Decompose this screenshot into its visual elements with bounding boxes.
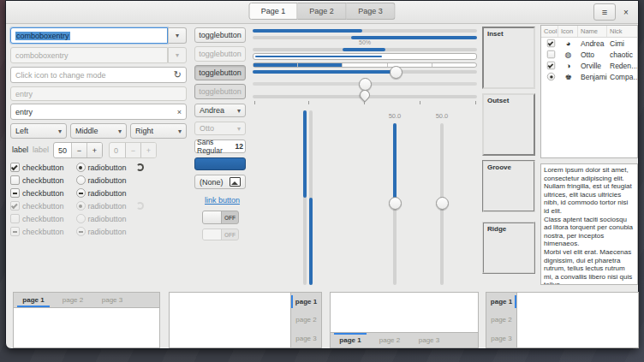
radio-indeterminate[interactable] (76, 188, 86, 198)
notebook-tab-page2[interactable]: page 2 (486, 311, 516, 329)
checkbox-indeterminate[interactable] (10, 188, 20, 198)
notebook-tab-page1[interactable]: page 1 (14, 293, 53, 307)
levelbar-continuous (253, 53, 477, 60)
comboboxentry-disabled-value: comboboxentry (15, 51, 163, 60)
radiobutton-label: radiobutton (88, 215, 127, 223)
notebook-tab-page1[interactable]: page 1 (486, 293, 516, 311)
combobox-middle[interactable]: Middle ▾ (70, 123, 127, 139)
file-chooser-button[interactable]: (None) (194, 175, 246, 189)
chevron-down-icon: ▾ (178, 128, 182, 135)
checkbutton-label: checkbutton (22, 202, 64, 211)
mode-entry[interactable]: Click icon to change mode ↻ (10, 67, 187, 83)
font-name: Sans Regular (197, 138, 235, 155)
tab-page-1[interactable]: Page 1 (249, 3, 298, 20)
radio-selected-disabled (76, 201, 86, 211)
check-radio-row-disabled: checkbutton radiobutton (10, 226, 127, 237)
scale-mark (364, 101, 365, 104)
tab-label: page 1 (22, 296, 44, 304)
check-radio-row: checkbutton radiobutton (10, 187, 127, 199)
label-disabled: label (33, 145, 49, 154)
togglebutton-active-disabled: togglebutton (194, 84, 246, 99)
tab-page-2[interactable]: Page 2 (298, 3, 347, 20)
column-header-icon[interactable]: Icon (558, 26, 578, 37)
treeview: Cool Icon Name Nick ◕ Andrea Cimi ◍ Otto… (540, 25, 638, 158)
radio-selected[interactable] (76, 163, 86, 172)
comboboxentry-input[interactable]: comboboxentry (10, 27, 168, 44)
vscale-handle[interactable] (389, 197, 402, 210)
notebook-tab-page1[interactable]: page 1 (291, 293, 321, 311)
notebook-tab-page3[interactable]: page 3 (291, 329, 321, 347)
checkbox-unchecked[interactable] (10, 175, 20, 185)
spinner-icon-disabled (136, 202, 144, 210)
notebook-tab-page1[interactable]: page 1 (331, 333, 370, 347)
refresh-icon[interactable]: ↻ (174, 69, 182, 80)
togglebutton-active[interactable]: togglebutton (194, 65, 246, 80)
togglebutton-disabled: togglebutton (194, 46, 246, 62)
column-header-name[interactable]: Name (578, 26, 607, 37)
row-checkbox-checked[interactable] (547, 62, 555, 69)
comboboxentry-disabled-dropdown-button: ▾ (168, 47, 187, 63)
font-size: 12 (236, 142, 243, 151)
check-radio-row-disabled: checkbutton radiobutton (10, 213, 127, 224)
combobox-left-value: Left (15, 127, 28, 135)
radio-unselected[interactable] (76, 175, 86, 185)
togglebutton[interactable]: togglebutton (194, 27, 246, 43)
hscale-handle[interactable] (390, 66, 402, 79)
hscale[interactable] (253, 70, 477, 74)
notebook-tab-page2[interactable]: page 2 (53, 293, 92, 307)
link-button[interactable]: link button (205, 196, 240, 205)
entry-disabled: entry (10, 86, 187, 101)
comboboxentry-dropdown-button[interactable]: ▾ (168, 27, 187, 44)
switch-off[interactable]: OFF (202, 211, 239, 224)
spinbutton-value[interactable]: 50 (54, 143, 71, 157)
clear-icon[interactable]: × (177, 108, 182, 116)
progress-percent-label: 50% (253, 39, 477, 45)
tab-label: page 3 (491, 335, 511, 342)
color-button[interactable] (194, 157, 246, 170)
levelbar-cell-empty (343, 63, 387, 67)
table-row[interactable]: ◕ Andrea Cimi (541, 38, 637, 49)
column-header-cool[interactable]: Cool (541, 26, 558, 37)
scale-mark (254, 101, 255, 104)
row-checkbox-unchecked[interactable] (547, 50, 555, 58)
frame-inset: Inset (482, 27, 535, 89)
spin-minus-button[interactable]: − (71, 143, 86, 157)
row-checkbox-checked[interactable] (547, 39, 555, 47)
switch-handle[interactable] (203, 211, 222, 223)
combobox-right[interactable]: Right ▾ (130, 123, 187, 139)
combobox-left[interactable]: Left ▾ (10, 123, 67, 139)
entry[interactable]: entry × (10, 104, 187, 120)
notebook-tab-page3[interactable]: page 3 (409, 333, 449, 347)
frame-ridge: Ridge (482, 222, 535, 274)
row-radio-selected[interactable] (547, 73, 555, 80)
font-button[interactable]: Sans Regular 12 (194, 139, 246, 153)
tab-page-3[interactable]: Page 3 (347, 3, 396, 20)
row-icon: ◍ (558, 50, 578, 59)
chevron-down-icon: ▾ (58, 128, 62, 135)
row-icon: ◑ (558, 62, 578, 70)
notebook-tab-page2[interactable]: page 2 (370, 333, 409, 347)
notebook-tab-page2[interactable]: page 2 (291, 311, 321, 329)
titlebar: Page 1 Page 2 Page 3 ≡ × (6, 1, 638, 24)
name-combobox[interactable]: Andrea ▾ (194, 104, 246, 117)
hamburger-menu-button[interactable]: ≡ (593, 3, 616, 21)
textview-paragraph: Lorem ipsum dolor sit amet, consectetur … (544, 166, 635, 216)
file-chooser-value: (None) (200, 178, 224, 187)
spin-plus-button[interactable]: + (86, 143, 102, 157)
column-header-nick[interactable]: Nick (607, 26, 637, 37)
textview[interactable]: Lorem ipsum dolor sit amet, consectetur … (540, 163, 638, 285)
notebook-tab-page3[interactable]: page 3 (486, 329, 516, 347)
notebook-tab-page3[interactable]: page 3 (92, 293, 132, 307)
table-row[interactable]: ♚ Benjamin Compa… (541, 71, 637, 82)
table-row[interactable]: ◍ Otto chaotic (541, 49, 637, 60)
progressbar-pulse (253, 48, 477, 51)
checkbox-indeterminate-disabled (10, 227, 20, 236)
hscale-marks-handle[interactable] (358, 88, 373, 103)
row-nick: Reden… (607, 62, 637, 70)
table-row[interactable]: ◑ Orville Reden… (541, 60, 637, 71)
checkbutton-label: checkbutton (22, 163, 64, 172)
checkbox-checked[interactable] (10, 163, 20, 172)
tab-label: page 1 (339, 336, 361, 344)
row-nick: Compa… (607, 73, 637, 81)
window-close-button[interactable]: × (618, 3, 634, 21)
